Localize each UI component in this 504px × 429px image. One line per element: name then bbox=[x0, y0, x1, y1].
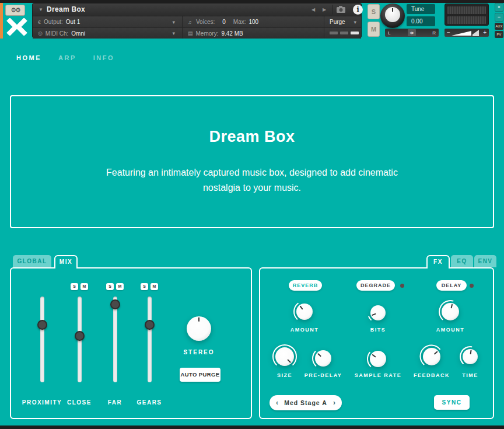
voices-icon: ♬ bbox=[188, 19, 193, 25]
output-section[interactable]: € Output: Out 1 ▾ bbox=[33, 16, 182, 27]
hero-panel: Dream Box Featuring an intimately captur… bbox=[10, 95, 494, 228]
volume-plus[interactable]: + bbox=[483, 29, 487, 36]
midi-icon: ◎ bbox=[38, 30, 43, 36]
voices-section: ♬ Voices: 0 Max: 100 bbox=[182, 16, 324, 27]
aux-button[interactable]: AUX bbox=[495, 23, 503, 30]
nav-info[interactable]: INFO bbox=[93, 54, 114, 61]
mix-panel bbox=[10, 267, 252, 419]
pan-center-handle[interactable]: ◂|▸ bbox=[408, 29, 416, 36]
output-voices-row: € Output: Out 1 ▾ ♬ Voices: 0 Max: 100 P… bbox=[33, 16, 361, 28]
level-meters bbox=[444, 4, 489, 26]
purge-led bbox=[340, 32, 348, 34]
midi-value: Omni bbox=[71, 30, 85, 37]
memory-icon: ▤ bbox=[188, 30, 193, 36]
output-label: Output: bbox=[44, 19, 63, 25]
plugin-window: ⚙⚙ ▼ Dream Box ◀ ▶ i € bbox=[0, 0, 504, 429]
max-label: Max: bbox=[233, 19, 246, 25]
purge-section[interactable]: Purge ▾ bbox=[324, 16, 361, 27]
volume-slider[interactable]: − + bbox=[444, 29, 489, 37]
meter-left bbox=[447, 6, 486, 14]
output-icon: € bbox=[38, 19, 41, 25]
volume-minus[interactable]: − bbox=[447, 29, 450, 36]
fx-panel bbox=[259, 267, 494, 419]
midi-label: MIDI Ch: bbox=[46, 30, 68, 37]
memory-section: ▤ Memory: 9.42 MB bbox=[182, 28, 324, 39]
solo-button[interactable]: S bbox=[368, 4, 380, 19]
minimize-button[interactable]: − bbox=[495, 13, 503, 22]
next-instrument-icon[interactable]: ▶ bbox=[323, 7, 326, 12]
tune-value[interactable]: 0.00 bbox=[407, 16, 435, 26]
settings-gear-icon[interactable]: ⚙⚙ bbox=[5, 5, 25, 16]
bottom-window-strip bbox=[0, 425, 504, 429]
memory-value: 9.42 MB bbox=[221, 30, 243, 37]
voices-label: Voices: bbox=[196, 19, 215, 25]
pan-right-label: R bbox=[432, 30, 436, 36]
divider bbox=[332, 5, 332, 15]
info-icon[interactable]: i bbox=[353, 5, 363, 15]
pan-slider[interactable]: L R ◂|▸ bbox=[385, 29, 439, 37]
accent-strip bbox=[0, 3, 3, 39]
purge-dropdown-icon[interactable]: ▾ bbox=[354, 19, 356, 25]
tune-knob-cap bbox=[385, 7, 400, 22]
nav-home[interactable]: HOME bbox=[16, 54, 41, 61]
instrument-title: Dream Box bbox=[47, 5, 85, 13]
collapse-triangle-icon[interactable]: ▼ bbox=[38, 7, 43, 12]
memory-label: Memory: bbox=[196, 30, 219, 37]
tab-fx[interactable]: FX bbox=[426, 255, 450, 268]
tab-global[interactable]: GLOBAL bbox=[13, 255, 51, 267]
pv-button[interactable]: PV bbox=[495, 31, 503, 38]
tune-label: Tune bbox=[407, 4, 435, 14]
hero-description-line1: Featuring an intimately captured music b… bbox=[106, 165, 398, 180]
brand-x-logo bbox=[6, 18, 27, 38]
hero-description-line2: nostalgia to your music. bbox=[203, 180, 301, 196]
mute-button[interactable]: M bbox=[368, 22, 380, 37]
purge-led bbox=[330, 32, 338, 34]
snapshot-camera-icon[interactable] bbox=[336, 5, 346, 16]
max-value: 100 bbox=[249, 19, 258, 25]
tab-eq[interactable]: EQ bbox=[451, 255, 473, 267]
purge-led bbox=[351, 32, 359, 34]
meter-right bbox=[447, 16, 486, 24]
main-nav: HOME ARP INFO bbox=[16, 54, 114, 61]
midi-dropdown-icon[interactable]: ▾ bbox=[172, 30, 175, 36]
purge-leds bbox=[330, 32, 359, 34]
close-button[interactable]: × bbox=[495, 3, 503, 12]
output-value: Out 1 bbox=[66, 19, 80, 25]
pan-left-label: L bbox=[388, 30, 390, 36]
prev-instrument-icon[interactable]: ◀ bbox=[312, 7, 315, 12]
tune-knob[interactable] bbox=[380, 4, 405, 28]
volume-wedge bbox=[452, 29, 482, 36]
tab-env[interactable]: ENV bbox=[474, 255, 496, 267]
purge-label[interactable]: Purge bbox=[330, 19, 345, 25]
hero-title: Dream Box bbox=[209, 128, 295, 146]
instrument-title-row: ▼ Dream Box ◀ ▶ i bbox=[33, 4, 361, 16]
purge-led-section bbox=[324, 28, 361, 39]
nav-arp[interactable]: ARP bbox=[58, 54, 76, 61]
instrument-header: ▼ Dream Box ◀ ▶ i € Output: Out 1 ▾ bbox=[32, 3, 362, 38]
midi-memory-row: ◎ MIDI Ch: Omni ▾ ▤ Memory: 9.42 MB bbox=[33, 28, 361, 39]
tab-mix[interactable]: MIX bbox=[54, 255, 78, 268]
voices-value: 0 bbox=[222, 19, 226, 25]
output-dropdown-icon[interactable]: ▾ bbox=[172, 19, 175, 25]
midi-section[interactable]: ◎ MIDI Ch: Omni ▾ bbox=[33, 28, 182, 39]
